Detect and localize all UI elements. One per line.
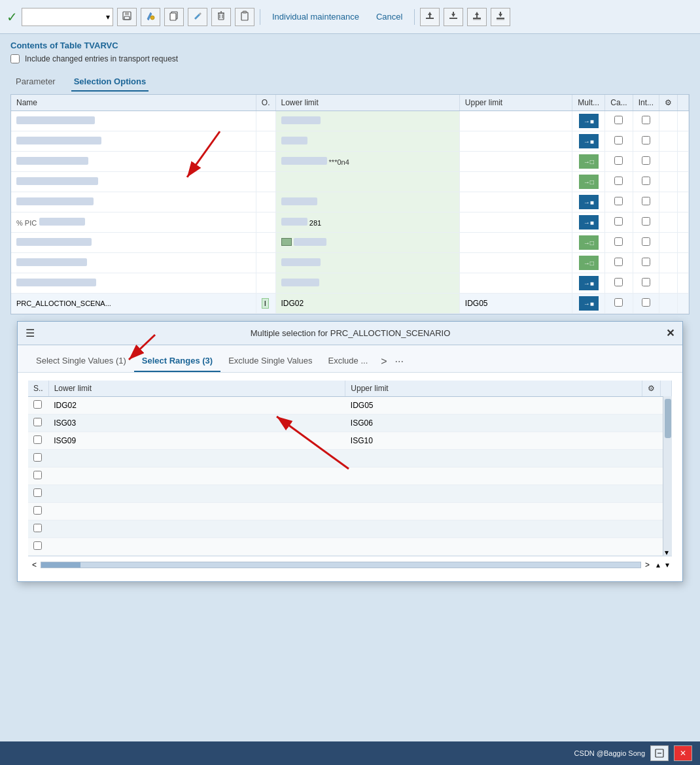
- modal-close-button[interactable]: ✕: [666, 327, 674, 339]
- tab-exclude[interactable]: Exclude ...: [321, 350, 376, 372]
- modal-scrollbar[interactable]: ▾: [663, 396, 672, 556]
- svg-rect-6: [219, 13, 224, 20]
- mult-btn[interactable]: →■: [579, 134, 599, 148]
- upload-button[interactable]: [420, 8, 440, 26]
- transport-label: Include changed entries in transport req…: [25, 54, 178, 63]
- empty-checkbox[interactable]: [33, 453, 42, 462]
- table-row: →□: [11, 233, 689, 253]
- int-checkbox[interactable]: [642, 177, 650, 185]
- svg-rect-18: [453, 12, 454, 15]
- upload2-button[interactable]: [467, 8, 487, 26]
- mult-btn[interactable]: →■: [579, 114, 599, 128]
- int-checkbox[interactable]: [642, 278, 650, 286]
- download-button[interactable]: [444, 8, 463, 26]
- int-checkbox[interactable]: [642, 136, 650, 144]
- mult-btn-last[interactable]: →■: [579, 296, 599, 311]
- table-row: →■: [11, 273, 689, 294]
- int-checkbox[interactable]: [642, 197, 650, 205]
- ca-checkbox[interactable]: [614, 116, 623, 124]
- scrollbar-col: [661, 381, 672, 397]
- mult-btn[interactable]: →□: [579, 175, 599, 189]
- save-icon: [122, 10, 132, 23]
- settings-icon[interactable]: ⚙: [665, 98, 672, 107]
- scroll-left-icon[interactable]: <: [28, 559, 41, 571]
- tab-select-single-values[interactable]: Select Single Values (1): [28, 350, 134, 372]
- int-checkbox[interactable]: [642, 156, 650, 165]
- scroll-arrow-down[interactable]: ▾: [665, 548, 671, 554]
- col-settings[interactable]: ⚙: [659, 95, 678, 111]
- tab-select-ranges[interactable]: Select Ranges (3): [134, 350, 220, 372]
- ca-checkbox[interactable]: [614, 298, 623, 307]
- clipboard-button[interactable]: [235, 8, 254, 26]
- int-checkbox[interactable]: [642, 258, 650, 266]
- edit-button[interactable]: [188, 8, 207, 26]
- mult-btn[interactable]: →■: [579, 195, 599, 209]
- tab-exclude-single-values[interactable]: Exclude Single Values: [220, 350, 320, 372]
- upload2-icon: [472, 10, 482, 23]
- ca-checkbox[interactable]: [614, 197, 623, 205]
- mult-btn[interactable]: →□: [579, 235, 599, 250]
- empty-checkbox[interactable]: [33, 524, 42, 532]
- empty-checkbox[interactable]: [33, 506, 42, 515]
- variant-dropdown[interactable]: ▾: [22, 8, 113, 26]
- int-checkbox[interactable]: [642, 237, 650, 246]
- col-mult: Mult...: [572, 95, 605, 111]
- h-scrollbar-thumb[interactable]: [41, 562, 80, 568]
- mult-btn[interactable]: →□: [579, 256, 599, 270]
- modal-empty-row: [28, 485, 672, 503]
- int-checkbox[interactable]: [642, 298, 650, 307]
- save-button[interactable]: [117, 8, 137, 26]
- table-settings-icon[interactable]: ⚙: [648, 384, 655, 393]
- ca-checkbox[interactable]: [614, 156, 623, 165]
- modal-overlay: ☰ Multiple selection for PRC_ALLOCTION_S…: [10, 321, 690, 582]
- paint-button[interactable]: [141, 8, 160, 26]
- int-checkbox[interactable]: [642, 116, 650, 124]
- main-toolbar: ✓ ▾: [0, 0, 700, 34]
- empty-checkbox[interactable]: [33, 471, 42, 479]
- confirm-button[interactable]: ✓: [7, 9, 18, 25]
- row2-checkbox[interactable]: [33, 418, 42, 426]
- ca-checkbox[interactable]: [614, 217, 623, 226]
- ca-checkbox[interactable]: [614, 136, 623, 144]
- more-tabs-icon[interactable]: >: [376, 353, 392, 370]
- table-row: % PIC 281 →■: [11, 212, 689, 233]
- modal-empty-row: [28, 520, 672, 538]
- tab-selection-options[interactable]: Selection Options: [71, 73, 149, 92]
- scrollbar-header: [678, 95, 689, 111]
- mult-btn[interactable]: →■: [579, 215, 599, 230]
- empty-checkbox[interactable]: [33, 488, 42, 497]
- empty-checkbox[interactable]: [33, 541, 42, 550]
- bottom-btn-1[interactable]: [650, 745, 669, 761]
- bottom-btn-close[interactable]: ✕: [674, 745, 692, 761]
- v-scroll-up-icon[interactable]: ▴: [654, 559, 663, 571]
- individual-maintenance-button[interactable]: Individual maintenance: [266, 9, 366, 24]
- h-scrollbar-track[interactable]: [41, 562, 641, 568]
- ca-checkbox[interactable]: [614, 177, 623, 185]
- row3-checkbox[interactable]: [33, 435, 42, 444]
- scrollbar-thumb[interactable]: [665, 399, 671, 438]
- int-checkbox[interactable]: [642, 217, 650, 226]
- col-table-settings[interactable]: ⚙: [642, 381, 661, 397]
- row1-checkbox[interactable]: [33, 400, 42, 409]
- ca-checkbox[interactable]: [614, 278, 623, 286]
- transport-checkbox[interactable]: [10, 54, 20, 63]
- delete-button[interactable]: [211, 8, 231, 26]
- dots-menu[interactable]: ···: [393, 353, 406, 370]
- mult-btn[interactable]: →□: [579, 154, 599, 169]
- svg-rect-21: [476, 15, 478, 18]
- modal-menu-icon[interactable]: ☰: [26, 327, 35, 339]
- row1-lower: IDG02: [48, 397, 345, 415]
- copy-page-button[interactable]: [164, 8, 184, 26]
- tab-parameter[interactable]: Parameter: [13, 73, 58, 92]
- ca-checkbox[interactable]: [614, 237, 623, 246]
- cancel-button[interactable]: Cancel: [370, 9, 409, 24]
- mult-btn[interactable]: →■: [579, 276, 599, 290]
- modal-header: ☰ Multiple selection for PRC_ALLOCTION_S…: [18, 322, 682, 345]
- ca-checkbox[interactable]: [614, 258, 623, 266]
- trash-icon: [216, 10, 226, 23]
- svg-marker-20: [475, 12, 479, 15]
- v-scroll-down-icon[interactable]: ▾: [663, 559, 672, 571]
- download2-button[interactable]: [491, 8, 510, 26]
- clipboard-icon: [239, 10, 250, 23]
- scroll-right-icon[interactable]: >: [641, 559, 654, 571]
